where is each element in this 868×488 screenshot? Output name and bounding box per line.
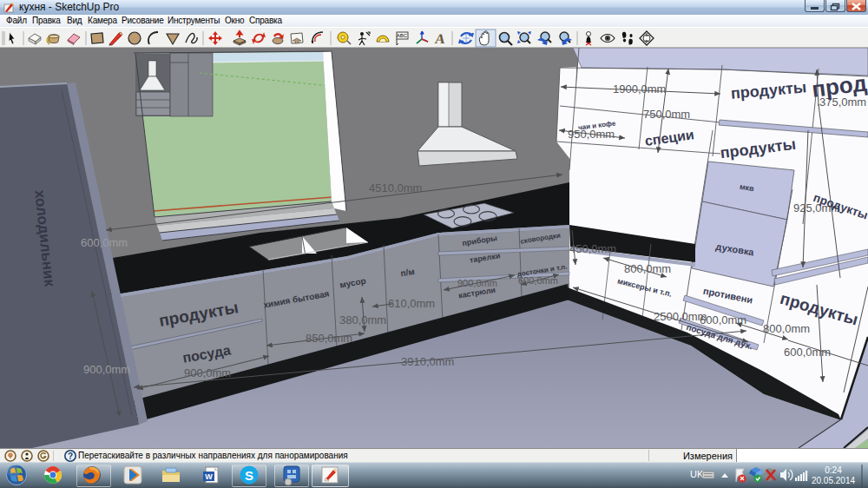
svg-text:?: ?	[68, 452, 73, 461]
svg-text:800,0mm: 800,0mm	[763, 322, 810, 335]
svg-text:3910,0mm: 3910,0mm	[401, 355, 454, 368]
svg-text:A: A	[434, 31, 446, 46]
svg-text:850,0mm: 850,0mm	[306, 332, 352, 345]
svg-text:S: S	[645, 33, 648, 37]
svg-text:4510,0mm: 4510,0mm	[369, 181, 422, 195]
svg-text:S: S	[245, 468, 253, 483]
svg-text:1900,0mm: 1900,0mm	[613, 82, 666, 96]
svg-text:600,0mm: 600,0mm	[784, 346, 831, 359]
svg-text:600,0mm: 600,0mm	[700, 313, 746, 326]
svg-text:450,0mm: 450,0mm	[569, 242, 616, 255]
svg-text:750,0mm: 750,0mm	[643, 108, 690, 121]
svg-text:380,0mm: 380,0mm	[339, 313, 386, 326]
svg-text:P: P	[645, 40, 648, 44]
svg-text:900,0mm: 900,0mm	[83, 363, 130, 376]
svg-text:900,0mm: 900,0mm	[184, 366, 231, 379]
svg-text:800,0mm: 800,0mm	[624, 262, 671, 275]
svg-text:ABC: ABC	[397, 33, 408, 38]
svg-text:п/м: п/м	[400, 267, 416, 278]
svg-text:600,0mm: 600,0mm	[81, 236, 128, 249]
svg-text:W: W	[205, 472, 213, 481]
svg-text:610,0mm: 610,0mm	[388, 297, 435, 310]
